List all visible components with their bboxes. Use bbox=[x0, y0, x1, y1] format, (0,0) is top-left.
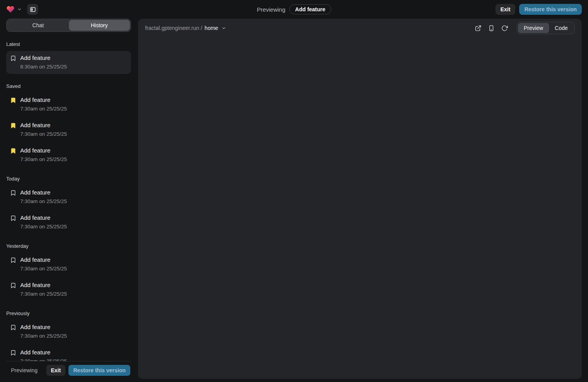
history-item-timestamp: 7:30am on 25/25/25 bbox=[20, 291, 67, 297]
history-section: Saved Add feature 7:30am on 25/25/25 Add… bbox=[6, 83, 131, 166]
toggle-preview[interactable]: Preview bbox=[518, 23, 549, 33]
bookmark-saved-icon bbox=[10, 123, 16, 129]
history-item-timestamp: 7:30am on 25/25/25 bbox=[20, 358, 67, 361]
history-section: Latest Add feature 8:30am on 25/25/25 bbox=[6, 41, 131, 74]
history-item[interactable]: Add feature 7:30am on 25/25/25 bbox=[6, 144, 131, 166]
history-section: Yesterday Add feature 7:30am on 25/25/25… bbox=[6, 243, 131, 301]
chevron-down-icon bbox=[221, 26, 226, 31]
history-item[interactable]: Add feature 7:30am on 25/25/25 bbox=[6, 320, 131, 343]
section-title: Today bbox=[6, 176, 131, 182]
toggle-code[interactable]: Code bbox=[549, 23, 574, 33]
history-item[interactable]: Add feature 7:30am on 25/25/25 bbox=[6, 278, 131, 301]
history-item-title: Add feature bbox=[20, 324, 67, 331]
mobile-view-button[interactable] bbox=[486, 22, 497, 34]
bookmark-saved-icon bbox=[10, 148, 16, 154]
external-link-icon bbox=[475, 25, 481, 32]
bookmark-saved-icon bbox=[10, 97, 16, 103]
sidebar-footer: Previewing Exit Restore this version bbox=[6, 361, 131, 379]
history-item[interactable]: Add feature 7:30am on 25/25/25 bbox=[6, 118, 131, 141]
history-item-title: Add feature bbox=[20, 54, 67, 61]
history-item[interactable]: Add feature 7:30am on 25/25/25 bbox=[6, 253, 131, 276]
preview-url-selector[interactable]: fractal.gptengineer.run / home bbox=[145, 25, 226, 31]
preview-code-toggle: Preview Code bbox=[517, 22, 575, 34]
history-item-title: Add feature bbox=[20, 147, 67, 154]
history-item-timestamp: 8:30am on 25/25/25 bbox=[20, 64, 67, 70]
bookmark-outline-icon bbox=[10, 257, 16, 263]
history-item-timestamp: 7:30am on 25/25/25 bbox=[20, 106, 67, 112]
history-item-title: Add feature bbox=[20, 189, 67, 196]
lovable-heart-logo[interactable] bbox=[6, 5, 15, 14]
bookmark-outline-icon bbox=[10, 215, 16, 221]
exit-button[interactable]: Exit bbox=[495, 4, 516, 15]
bookmark-outline-icon bbox=[10, 282, 16, 289]
history-item[interactable]: Add feature 7:30am on 25/25/25 bbox=[6, 93, 131, 116]
history-sidebar: Chat History Latest Add feature 8:30am o… bbox=[6, 19, 131, 379]
section-title: Latest bbox=[6, 41, 131, 47]
history-item-title: Add feature bbox=[20, 256, 67, 263]
history-item-timestamp: 7:30am on 25/25/25 bbox=[20, 198, 67, 204]
history-item-timestamp: 7:30am on 25/25/25 bbox=[20, 266, 67, 272]
sidebar-tabs: Chat History bbox=[6, 19, 131, 32]
footer-restore-version-button[interactable]: Restore this version bbox=[68, 365, 130, 376]
previewing-status-label: Previewing bbox=[257, 6, 285, 13]
preview-panel: fractal.gptengineer.run / home bbox=[138, 19, 582, 379]
history-item[interactable]: Add feature 8:30am on 25/25/25 bbox=[6, 51, 131, 74]
history-item-title: Add feature bbox=[20, 282, 67, 289]
restore-version-button[interactable]: Restore this version bbox=[519, 4, 582, 15]
bookmark-outline-icon bbox=[10, 324, 16, 331]
history-item[interactable]: Add feature 7:30am on 25/25/25 bbox=[6, 186, 131, 209]
history-item-timestamp: 7:30am on 25/25/25 bbox=[20, 224, 67, 230]
history-item-title: Add feature bbox=[20, 349, 67, 356]
bookmark-outline-icon bbox=[10, 55, 16, 61]
refresh-button[interactable] bbox=[499, 22, 511, 34]
topbar: Previewing Add feature Exit Restore this… bbox=[0, 0, 588, 19]
preview-url-page: home bbox=[205, 25, 218, 31]
preview-header: fractal.gptengineer.run / home bbox=[138, 19, 582, 37]
history-item[interactable]: Add feature 7:30am on 25/25/25 bbox=[6, 211, 131, 234]
history-item-timestamp: 7:30am on 25/25/25 bbox=[20, 333, 67, 339]
section-title: Previously bbox=[6, 310, 131, 316]
history-item-timestamp: 7:30am on 25/25/25 bbox=[20, 156, 67, 162]
chevron-down-icon[interactable] bbox=[17, 7, 22, 12]
footer-exit-button[interactable]: Exit bbox=[46, 365, 66, 376]
bookmark-outline-icon bbox=[10, 190, 16, 196]
history-item-title: Add feature bbox=[20, 96, 67, 103]
history-list: Latest Add feature 8:30am on 25/25/25 Sa… bbox=[6, 32, 131, 361]
tab-history[interactable]: History bbox=[69, 20, 130, 31]
version-name-pill[interactable]: Add feature bbox=[289, 4, 331, 14]
history-section: Today Add feature 7:30am on 25/25/25 Add… bbox=[6, 176, 131, 234]
section-title: Yesterday bbox=[6, 243, 131, 249]
preview-url-prefix: fractal.gptengineer.run / bbox=[145, 25, 202, 31]
smartphone-icon bbox=[488, 25, 495, 32]
footer-previewing-label: Previewing bbox=[11, 367, 37, 373]
tab-chat[interactable]: Chat bbox=[7, 20, 69, 31]
bookmark-outline-icon bbox=[10, 350, 16, 356]
open-in-new-tab-button[interactable] bbox=[472, 22, 484, 34]
history-section: Previously Add feature 7:30am on 25/25/2… bbox=[6, 310, 131, 361]
history-item-timestamp: 7:30am on 25/25/25 bbox=[20, 131, 67, 137]
section-title: Saved bbox=[6, 83, 131, 89]
panel-left-icon bbox=[30, 6, 36, 13]
history-item[interactable]: Add feature 7:30am on 25/25/25 bbox=[6, 345, 131, 361]
refresh-icon bbox=[501, 25, 508, 32]
sidebar-toggle-button[interactable] bbox=[27, 4, 38, 15]
history-item-title: Add feature bbox=[20, 122, 67, 129]
history-item-title: Add feature bbox=[20, 214, 67, 221]
